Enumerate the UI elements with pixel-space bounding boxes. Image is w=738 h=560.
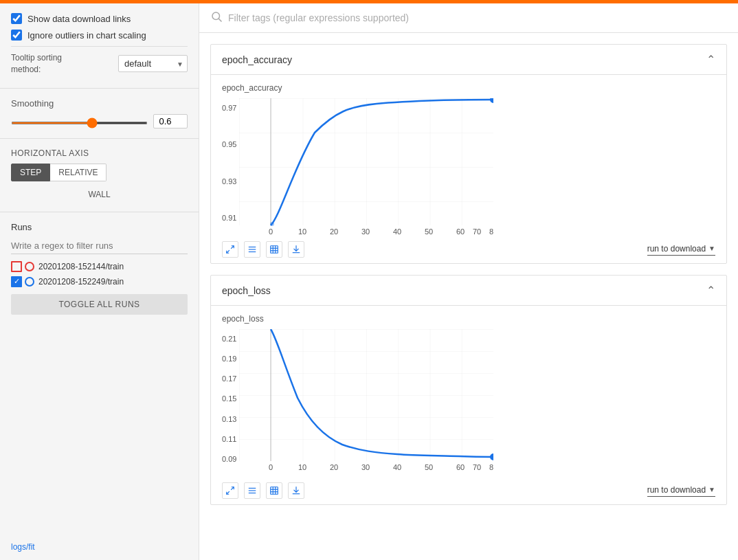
epoch-accuracy-chart-inner: epoch_accuracy 0.97 0.95 0.93 0.91	[211, 75, 726, 263]
epoch-loss-title: epoch_loss	[222, 285, 271, 296]
ignore-outliers-checkbox[interactable]: Ignore outliers in chart scaling	[11, 30, 188, 41]
run2-checkbox-box: ✓	[11, 276, 22, 287]
epoch-loss-section: epoch_loss ⌃ epoch_loss 0.21 0.19 0.17 0…	[210, 275, 727, 505]
select-icon-accuracy[interactable]	[266, 241, 282, 258]
run-to-download-accuracy[interactable]: run to download ▼	[647, 244, 715, 256]
run1-label[interactable]: 20201208-152144/train	[38, 262, 124, 271]
y-axis-loss: 0.21 0.19 0.17 0.15 0.13 0.11 0.09	[222, 329, 239, 477]
svg-rect-20	[271, 246, 278, 254]
run2-label[interactable]: 20201208-152249/train	[38, 277, 124, 287]
smoothing-slider[interactable]	[11, 122, 148, 124]
svg-text:80: 80	[489, 227, 493, 236]
svg-line-1	[219, 19, 221, 21]
tooltip-sorting-select[interactable]: default ascending descending	[118, 55, 188, 72]
svg-text:0: 0	[269, 463, 273, 471]
epoch-loss-header: epoch_loss ⌃	[211, 276, 726, 306]
list-icon-accuracy[interactable]	[244, 241, 260, 258]
logs-fit-link[interactable]: logs/fit	[0, 539, 199, 555]
ignore-outliers-input[interactable]	[11, 30, 22, 41]
epoch-loss-toolbar: run to download ▼	[222, 482, 715, 499]
runs-section: Runs 20201208-152144/train ✓ 20201208	[0, 218, 199, 537]
svg-text:70: 70	[473, 227, 481, 236]
tooltip-sorting-select-wrapper: default ascending descending ▼	[118, 55, 188, 72]
settings-section: Show data download links Ignore outliers…	[0, 9, 199, 82]
divider-1	[11, 46, 188, 47]
epoch-loss-chart-inner: epoch_loss 0.21 0.19 0.17 0.15 0.13 0.11…	[211, 306, 726, 504]
svg-text:40: 40	[393, 463, 401, 471]
y-axis-accuracy: 0.97 0.95 0.93 0.91	[222, 98, 239, 236]
filter-tags-input[interactable]	[228, 12, 727, 23]
select-icon-loss[interactable]	[266, 482, 282, 499]
epoch-accuracy-chart-wrapper: 0.97 0.95 0.93 0.91	[222, 98, 715, 236]
svg-text:30: 30	[361, 227, 370, 236]
run-to-download-arrow-loss: ▼	[708, 486, 715, 493]
run-item-2: ✓ 20201208-152249/train	[11, 276, 188, 287]
runs-filter-input[interactable]	[11, 238, 188, 254]
epoch-loss-svg: 0 10 20 30 40 50 60 70 80	[239, 329, 493, 473]
run-to-download-loss[interactable]: run to download ▼	[647, 485, 715, 497]
svg-text:20: 20	[330, 227, 338, 236]
svg-text:60: 60	[456, 227, 465, 236]
smoothing-row	[11, 114, 188, 128]
relative-button[interactable]: RELATIVE	[50, 164, 107, 181]
epoch-loss-chart-label: epoch_loss	[222, 314, 715, 324]
smoothing-section: Smoothing	[0, 94, 199, 133]
svg-point-4	[270, 222, 274, 226]
epoch-accuracy-collapse-icon[interactable]: ⌃	[706, 53, 715, 66]
svg-point-0	[212, 12, 220, 20]
wall-button[interactable]: WALL	[82, 187, 116, 202]
svg-line-16	[227, 250, 230, 253]
smoothing-value-input[interactable]	[153, 114, 188, 128]
step-button[interactable]: STEP	[11, 164, 50, 181]
epoch-accuracy-title: epoch_accuracy	[222, 54, 292, 65]
run-to-download-label-loss: run to download	[647, 485, 706, 495]
epoch-loss-chart-wrapper: 0.21 0.19 0.17 0.15 0.13 0.11 0.09	[222, 329, 715, 477]
svg-text:20: 20	[330, 463, 338, 471]
run-to-download-arrow-accuracy: ▼	[708, 245, 715, 252]
axis-buttons-row: STEP RELATIVE	[11, 164, 188, 181]
svg-line-15	[231, 246, 234, 249]
show-download-links-checkbox[interactable]: Show data download links	[11, 13, 188, 24]
svg-line-38	[231, 487, 234, 490]
run-to-download-label-accuracy: run to download	[647, 244, 706, 254]
smoothing-title: Smoothing	[11, 98, 188, 109]
download-icon-accuracy[interactable]	[288, 241, 304, 258]
horizontal-axis-section: Horizontal Axis STEP RELATIVE WALL	[0, 144, 199, 206]
main-layout: Show data download links Ignore outliers…	[0, 3, 738, 560]
divider-2	[0, 88, 199, 89]
expand-icon-loss[interactable]	[222, 482, 238, 499]
svg-text:30: 30	[361, 463, 370, 471]
svg-rect-2	[239, 98, 493, 225]
epoch-loss-collapse-icon[interactable]: ⌃	[706, 284, 715, 297]
svg-text:80: 80	[489, 463, 493, 471]
expand-icon-accuracy[interactable]	[222, 241, 238, 258]
horizontal-axis-title: Horizontal Axis	[11, 148, 188, 158]
svg-line-39	[227, 491, 230, 494]
divider-4	[0, 212, 199, 212]
run2-color-circle	[25, 277, 34, 287]
runs-title: Runs	[11, 222, 188, 232]
ignore-outliers-label: Ignore outliers in chart scaling	[27, 30, 146, 41]
search-icon	[210, 10, 223, 25]
epoch-accuracy-chart-label: epoch_accuracy	[222, 83, 715, 93]
svg-text:50: 50	[425, 463, 433, 471]
svg-text:10: 10	[298, 227, 306, 236]
run-item-1: 20201208-152144/train	[11, 261, 188, 272]
epoch-accuracy-header: epoch_accuracy ⌃	[211, 45, 726, 75]
svg-rect-26	[239, 329, 493, 461]
tooltip-sorting-row: Tooltip sortingmethod: default ascending…	[11, 52, 188, 76]
svg-text:70: 70	[473, 463, 481, 471]
svg-text:40: 40	[393, 227, 401, 236]
smoothing-slider-container	[11, 116, 148, 126]
svg-text:10: 10	[298, 463, 306, 471]
show-download-links-input[interactable]	[11, 13, 22, 24]
download-icon-loss[interactable]	[288, 482, 304, 499]
wall-button-container: WALL	[11, 187, 188, 202]
divider-3	[0, 138, 199, 139]
svg-rect-43	[271, 487, 278, 495]
epoch-loss-svg-container: 0 10 20 30 40 50 60 70 80	[239, 329, 715, 473]
list-icon-loss[interactable]	[244, 482, 260, 499]
toggle-all-runs-button[interactable]: TOGGLE ALL RUNS	[11, 294, 188, 315]
epoch-accuracy-toolbar: run to download ▼	[222, 241, 715, 258]
show-download-links-label: Show data download links	[27, 14, 131, 24]
